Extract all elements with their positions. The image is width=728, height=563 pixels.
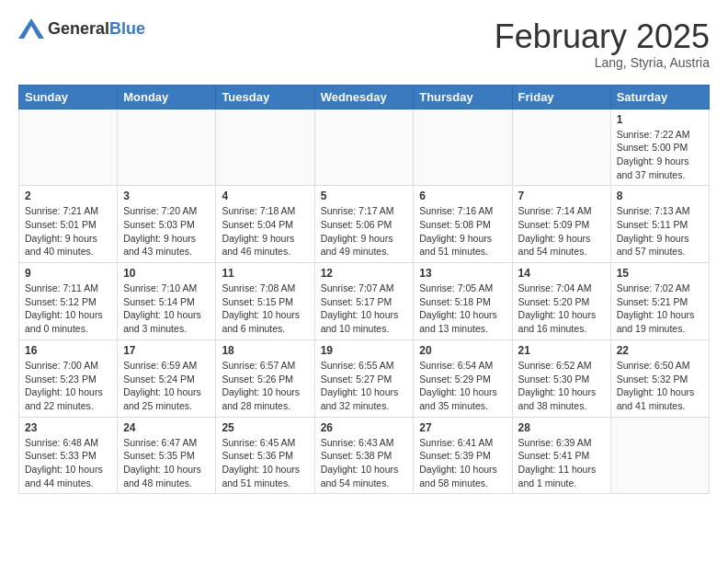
day-number: 1 [617, 113, 703, 126]
calendar-cell: 27Sunrise: 6:41 AM Sunset: 5:39 PM Dayli… [414, 417, 512, 494]
logo: GeneralBlue [18, 18, 145, 39]
day-info: Sunrise: 6:52 AM Sunset: 5:30 PM Dayligh… [518, 359, 605, 413]
day-info: Sunrise: 6:48 AM Sunset: 5:33 PM Dayligh… [25, 436, 111, 490]
day-info: Sunrise: 7:14 AM Sunset: 5:09 PM Dayligh… [518, 204, 605, 259]
calendar-cell: 7Sunrise: 7:14 AM Sunset: 5:09 PM Daylig… [512, 186, 610, 263]
calendar-cell: 12Sunrise: 7:07 AM Sunset: 5:17 PM Dayli… [314, 263, 414, 340]
calendar-cell: 21Sunrise: 6:52 AM Sunset: 5:30 PM Dayli… [512, 339, 610, 417]
day-info: Sunrise: 7:05 AM Sunset: 5:18 PM Dayligh… [419, 282, 506, 336]
calendar-cell: 22Sunrise: 6:50 AM Sunset: 5:32 PM Dayli… [610, 339, 709, 417]
day-number: 11 [222, 267, 308, 280]
day-info: Sunrise: 6:45 AM Sunset: 5:36 PM Dayligh… [222, 436, 308, 490]
day-number: 17 [123, 344, 210, 357]
calendar-cell: 19Sunrise: 6:55 AM Sunset: 5:27 PM Dayli… [314, 339, 414, 417]
calendar-cell: 3Sunrise: 7:20 AM Sunset: 5:03 PM Daylig… [118, 186, 216, 263]
calendar-cell: 23Sunrise: 6:48 AM Sunset: 5:33 PM Dayli… [19, 417, 118, 494]
week-row-2: 2Sunrise: 7:21 AM Sunset: 5:01 PM Daylig… [19, 186, 710, 263]
logo-icon [18, 18, 44, 39]
day-number: 7 [518, 190, 605, 202]
calendar-cell: 28Sunrise: 6:39 AM Sunset: 5:41 PM Dayli… [512, 417, 610, 494]
calendar-cell: 5Sunrise: 7:17 AM Sunset: 5:06 PM Daylig… [314, 186, 414, 263]
day-number: 21 [518, 344, 605, 357]
day-number: 27 [419, 421, 506, 434]
calendar-cell: 26Sunrise: 6:43 AM Sunset: 5:38 PM Dayli… [314, 417, 414, 494]
day-info: Sunrise: 7:20 AM Sunset: 5:03 PM Dayligh… [123, 204, 210, 259]
calendar-cell [314, 109, 414, 186]
weekday-header-row: SundayMondayTuesdayWednesdayThursdayFrid… [19, 85, 710, 109]
weekday-header-wednesday: Wednesday [314, 85, 414, 109]
title-section: February 2025 Lang, Styria, Austria [495, 18, 710, 70]
day-number: 10 [123, 267, 210, 280]
day-number: 19 [321, 344, 408, 357]
day-number: 5 [321, 190, 408, 202]
day-info: Sunrise: 7:04 AM Sunset: 5:20 PM Dayligh… [518, 282, 605, 336]
calendar-cell [19, 109, 118, 186]
day-info: Sunrise: 7:22 AM Sunset: 5:00 PM Dayligh… [617, 128, 703, 182]
day-number: 3 [123, 190, 210, 202]
weekday-header-tuesday: Tuesday [216, 85, 314, 109]
day-info: Sunrise: 7:18 AM Sunset: 5:04 PM Dayligh… [222, 204, 308, 259]
day-info: Sunrise: 6:54 AM Sunset: 5:29 PM Dayligh… [419, 359, 506, 413]
day-info: Sunrise: 6:50 AM Sunset: 5:32 PM Dayligh… [617, 359, 703, 413]
day-number: 24 [123, 421, 210, 434]
day-number: 14 [518, 267, 605, 280]
day-info: Sunrise: 7:07 AM Sunset: 5:17 PM Dayligh… [321, 282, 408, 336]
calendar-cell: 24Sunrise: 6:47 AM Sunset: 5:35 PM Dayli… [118, 417, 216, 494]
day-number: 16 [25, 344, 111, 357]
calendar-cell: 18Sunrise: 6:57 AM Sunset: 5:26 PM Dayli… [216, 339, 314, 417]
day-info: Sunrise: 7:11 AM Sunset: 5:12 PM Dayligh… [25, 282, 111, 336]
day-number: 25 [222, 421, 308, 434]
day-number: 4 [222, 190, 308, 202]
day-number: 13 [419, 267, 506, 280]
day-number: 15 [617, 267, 703, 280]
week-row-1: 1Sunrise: 7:22 AM Sunset: 5:00 PM Daylig… [19, 109, 710, 186]
day-info: Sunrise: 7:17 AM Sunset: 5:06 PM Dayligh… [321, 204, 408, 259]
day-number: 9 [25, 267, 111, 280]
calendar-cell [216, 109, 314, 186]
calendar-cell: 20Sunrise: 6:54 AM Sunset: 5:29 PM Dayli… [414, 339, 512, 417]
weekday-header-friday: Friday [512, 85, 610, 109]
day-info: Sunrise: 6:59 AM Sunset: 5:24 PM Dayligh… [123, 359, 210, 413]
calendar-cell: 6Sunrise: 7:16 AM Sunset: 5:08 PM Daylig… [414, 186, 512, 263]
logo-general: General [48, 19, 109, 38]
day-info: Sunrise: 6:41 AM Sunset: 5:39 PM Dayligh… [419, 436, 506, 490]
day-info: Sunrise: 7:02 AM Sunset: 5:21 PM Dayligh… [617, 282, 703, 336]
day-number: 28 [518, 421, 605, 434]
day-number: 18 [222, 344, 308, 357]
logo-blue: Blue [109, 19, 145, 38]
day-info: Sunrise: 7:10 AM Sunset: 5:14 PM Dayligh… [123, 282, 210, 336]
location-subtitle: Lang, Styria, Austria [495, 55, 710, 70]
calendar-cell: 2Sunrise: 7:21 AM Sunset: 5:01 PM Daylig… [19, 186, 118, 263]
calendar-cell [118, 109, 216, 186]
day-info: Sunrise: 7:08 AM Sunset: 5:15 PM Dayligh… [222, 282, 308, 336]
day-number: 12 [321, 267, 408, 280]
calendar-table: SundayMondayTuesdayWednesdayThursdayFrid… [18, 85, 710, 495]
weekday-header-monday: Monday [118, 85, 216, 109]
calendar-cell: 4Sunrise: 7:18 AM Sunset: 5:04 PM Daylig… [216, 186, 314, 263]
day-info: Sunrise: 6:43 AM Sunset: 5:38 PM Dayligh… [321, 436, 408, 490]
calendar-cell [414, 109, 512, 186]
calendar-cell: 9Sunrise: 7:11 AM Sunset: 5:12 PM Daylig… [19, 263, 118, 340]
day-info: Sunrise: 6:47 AM Sunset: 5:35 PM Dayligh… [123, 436, 210, 490]
calendar-cell: 16Sunrise: 7:00 AM Sunset: 5:23 PM Dayli… [19, 339, 118, 417]
calendar-cell: 8Sunrise: 7:13 AM Sunset: 5:11 PM Daylig… [610, 186, 709, 263]
weekday-header-sunday: Sunday [19, 85, 118, 109]
day-number: 2 [25, 190, 111, 202]
logo-text: GeneralBlue [48, 19, 145, 39]
week-row-5: 23Sunrise: 6:48 AM Sunset: 5:33 PM Dayli… [19, 417, 710, 494]
weekday-header-saturday: Saturday [610, 85, 709, 109]
day-number: 6 [419, 190, 506, 202]
week-row-3: 9Sunrise: 7:11 AM Sunset: 5:12 PM Daylig… [19, 263, 710, 340]
day-number: 20 [419, 344, 506, 357]
calendar-cell [512, 109, 610, 186]
day-info: Sunrise: 6:57 AM Sunset: 5:26 PM Dayligh… [222, 359, 308, 413]
day-info: Sunrise: 7:21 AM Sunset: 5:01 PM Dayligh… [25, 204, 111, 259]
day-info: Sunrise: 6:39 AM Sunset: 5:41 PM Dayligh… [518, 436, 605, 490]
day-number: 26 [321, 421, 408, 434]
calendar-cell: 13Sunrise: 7:05 AM Sunset: 5:18 PM Dayli… [414, 263, 512, 340]
calendar-cell: 14Sunrise: 7:04 AM Sunset: 5:20 PM Dayli… [512, 263, 610, 340]
weekday-header-thursday: Thursday [414, 85, 512, 109]
day-number: 22 [617, 344, 703, 357]
day-info: Sunrise: 6:55 AM Sunset: 5:27 PM Dayligh… [321, 359, 408, 413]
calendar-cell: 15Sunrise: 7:02 AM Sunset: 5:21 PM Dayli… [610, 263, 709, 340]
